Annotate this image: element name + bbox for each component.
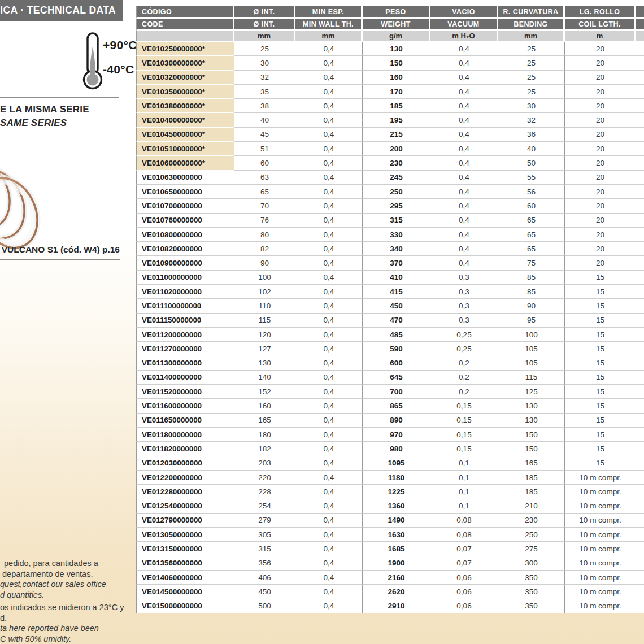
table-row: VE010630000000630,42450,45520 bbox=[136, 171, 644, 185]
cell-partial bbox=[636, 456, 644, 471]
cell-wall: 0,4 bbox=[295, 228, 363, 242]
footnote-line: d quantities. bbox=[0, 590, 106, 601]
cell-coil: 20 bbox=[565, 242, 636, 256]
cell-dint: 102 bbox=[234, 285, 295, 299]
cell-wall: 0,4 bbox=[295, 199, 363, 213]
product-caption: VULCANO S1 (cód. W4) p.16 bbox=[0, 245, 120, 255]
footnote-order-info: pedido, para cantidades a departamento d… bbox=[0, 558, 106, 600]
cell-weight: 1095 bbox=[363, 456, 430, 471]
cell-partial bbox=[636, 485, 644, 499]
cell-weight: 200 bbox=[363, 142, 430, 156]
cell-weight: 600 bbox=[363, 356, 430, 371]
section-title: ÉCNICA · TECHNICAL DATA bbox=[0, 5, 116, 16]
cell-wall: 0,4 bbox=[295, 128, 363, 142]
table-row: VE0125400000002540,413600,121010 m compr… bbox=[136, 499, 644, 514]
cell-wall: 0,4 bbox=[295, 456, 363, 471]
col-header-minwall: MIN WALL TH. bbox=[295, 19, 363, 31]
cell-vacuum: 0,4 bbox=[430, 242, 498, 256]
footnote-line: ta here reported have been bbox=[0, 623, 124, 634]
cell-weight: 315 bbox=[363, 214, 430, 228]
cell-dint: 127 bbox=[234, 342, 295, 356]
table-row: VE0140600000004060,421600,0635010 m comp… bbox=[136, 571, 644, 585]
cell-coil: 10 m compr. bbox=[565, 499, 636, 514]
table-row: VE0120300000002030,410950,116515 bbox=[136, 456, 644, 471]
unit-blank bbox=[136, 31, 234, 42]
cell-code: VE012790000000 bbox=[136, 514, 234, 528]
table-row: VE0114000000001400,46450,211515 bbox=[136, 371, 644, 385]
min-temperature: -40°C bbox=[103, 63, 134, 76]
cell-partial bbox=[636, 371, 644, 385]
cell-coil: 20 bbox=[565, 185, 636, 199]
cell-code: VE011150000000 bbox=[136, 314, 234, 328]
col-header-minesp: MIN ESP. bbox=[295, 6, 363, 19]
cell-weight: 1180 bbox=[363, 471, 430, 485]
footnote-measurement-info: os indicados se midieron a 23°C y d. ta … bbox=[0, 602, 124, 644]
cell-dint: 152 bbox=[234, 385, 295, 399]
cell-weight: 245 bbox=[363, 171, 430, 185]
table-row: VE0111000000001100,44500,39015 bbox=[136, 299, 644, 313]
table-body: VE010250000000*250,41300,42520VE01030000… bbox=[136, 42, 644, 613]
cell-bending: 25 bbox=[498, 42, 565, 56]
cell-vacuum: 0,2 bbox=[430, 385, 498, 399]
unit-mm: mm bbox=[234, 31, 295, 42]
col-header-diam-en: Ø INT. bbox=[234, 19, 295, 31]
cell-wall: 0,4 bbox=[295, 556, 363, 571]
cell-code: VE011000000000 bbox=[136, 271, 234, 285]
cell-wall: 0,4 bbox=[295, 71, 363, 85]
cell-wall: 0,4 bbox=[295, 471, 363, 485]
cell-bending: 150 bbox=[498, 442, 565, 456]
cell-weight: 410 bbox=[363, 271, 430, 285]
cell-weight: 160 bbox=[363, 71, 430, 85]
cell-coil: 10 m compr. bbox=[565, 556, 636, 571]
cell-wall: 0,4 bbox=[295, 185, 363, 199]
cell-dint: 38 bbox=[234, 99, 295, 113]
cell-partial bbox=[636, 556, 644, 571]
cell-vacuum: 0,4 bbox=[430, 142, 498, 156]
cell-wall: 0,4 bbox=[295, 428, 363, 442]
cell-bending: 90 bbox=[498, 299, 565, 313]
cell-vacuum: 0,07 bbox=[430, 556, 498, 571]
cell-partial bbox=[636, 185, 644, 199]
cell-wall: 0,4 bbox=[295, 285, 363, 299]
cell-weight: 130 bbox=[363, 42, 430, 56]
cell-weight: 450 bbox=[363, 299, 430, 313]
cell-bending: 36 bbox=[498, 128, 565, 142]
cell-wall: 0,4 bbox=[295, 399, 363, 413]
col-header-diam: Ø INT. bbox=[234, 6, 295, 19]
cell-code: VE013150000000 bbox=[136, 542, 234, 556]
cell-dint: 40 bbox=[234, 113, 295, 127]
cell-code: VE010350000000* bbox=[136, 85, 234, 99]
table-row: VE010820000000820,43400,46520 bbox=[136, 242, 644, 256]
cell-bending: 115 bbox=[498, 371, 565, 385]
cell-partial bbox=[636, 71, 644, 85]
unit-gm: g/m bbox=[363, 31, 430, 42]
cell-dint: 140 bbox=[234, 371, 295, 385]
cell-bending: 105 bbox=[498, 342, 565, 356]
cell-vacuum: 0,1 bbox=[430, 456, 498, 471]
cell-dint: 35 bbox=[234, 85, 295, 99]
cell-partial bbox=[636, 42, 644, 56]
table-row: VE010350000000*350,41700,42520 bbox=[136, 85, 644, 99]
table-row: VE0130500000003050,416300,0825010 m comp… bbox=[136, 528, 644, 542]
footnote-line: C with 50% umidity. bbox=[0, 634, 124, 644]
cell-dint: 279 bbox=[234, 514, 295, 528]
cell-coil: 10 m compr. bbox=[565, 528, 636, 542]
cell-partial bbox=[636, 571, 644, 585]
cell-weight: 1360 bbox=[363, 499, 430, 514]
cell-dint: 90 bbox=[234, 256, 295, 270]
cell-wall: 0,4 bbox=[295, 385, 363, 399]
cell-code: VE010400000000* bbox=[136, 113, 234, 127]
table-row: VE0122800000002280,412250,118510 m compr… bbox=[136, 485, 644, 499]
col-header-vacio: VACIO bbox=[430, 6, 498, 19]
cell-partial bbox=[636, 271, 644, 285]
cell-dint: 76 bbox=[234, 214, 295, 228]
cell-dint: 254 bbox=[234, 499, 295, 514]
table-row: VE0112700000001270,45900,2510515 bbox=[136, 342, 644, 356]
cell-weight: 1225 bbox=[363, 485, 430, 499]
cell-wall: 0,4 bbox=[295, 56, 363, 70]
cell-weight: 865 bbox=[363, 399, 430, 413]
unit-mm: mm bbox=[295, 31, 363, 42]
cell-coil: 20 bbox=[565, 214, 636, 228]
cell-weight: 195 bbox=[363, 113, 430, 127]
cell-bending: 65 bbox=[498, 242, 565, 256]
